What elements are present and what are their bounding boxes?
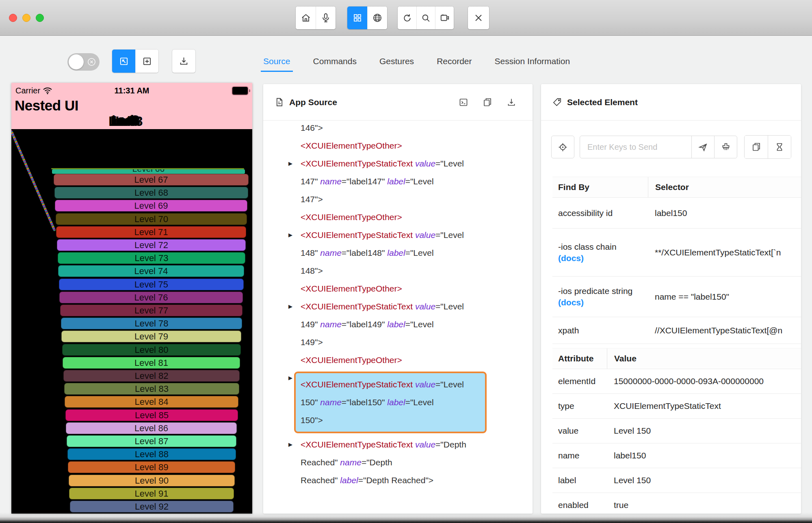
find-by-row-xpath: xpath//XCUIElementTypeStaticText[@n	[552, 317, 801, 344]
level-bar-level-92[interactable]: Level 92	[70, 501, 234, 512]
send-keys-input[interactable]	[580, 136, 692, 158]
tab-gestures[interactable]: Gestures	[379, 50, 414, 73]
source-tree-row[interactable]: <XCUIElementTypeOther>	[288, 351, 533, 369]
source-tree-row[interactable]: ▶<XCUIElementTypeStaticText value="Level…	[288, 298, 533, 351]
traffic-lights	[9, 14, 44, 22]
level-bar-level-77[interactable]: Level 77	[60, 305, 243, 316]
level-bar-level-81[interactable]: Level 81	[63, 357, 240, 369]
source-node[interactable]: <XCUIElementTypeOther>	[301, 351, 493, 369]
source-node[interactable]: <XCUIElementTypeOther>	[301, 137, 493, 155]
element-interaction-toggle[interactable]	[67, 53, 100, 71]
tap-by-coordinates-button[interactable]	[135, 50, 158, 73]
expand-arrow-icon[interactable]: ▶	[288, 298, 301, 351]
source-node[interactable]: <XCUIElementTypeStaticText value="Level1…	[301, 155, 493, 208]
source-tree-row[interactable]: ▶<XCUIElementTypeStaticText value="Depth…	[288, 436, 533, 489]
level-bar-level-91[interactable]: Level 91	[69, 488, 234, 499]
expand-arrow-icon[interactable]: ▶	[288, 436, 301, 489]
device-screenshot-panel[interactable]: Carrier 11:31 AM Nested UI Level 8 Level…	[11, 83, 252, 514]
microphone-button[interactable]	[316, 6, 336, 29]
tab-source[interactable]: Source	[263, 50, 290, 73]
level-bar-level-83[interactable]: Level 83	[64, 383, 239, 395]
level-bar-level-86[interactable]: Level 86	[66, 422, 237, 434]
window-close-button[interactable]	[9, 14, 17, 22]
level-bar-level-89[interactable]: Level 89	[68, 461, 235, 473]
search-icon	[421, 13, 431, 23]
level-bar-level-84[interactable]: Level 84	[65, 396, 238, 408]
level-bar-level-85[interactable]: Level 85	[65, 409, 238, 421]
tab-recorder[interactable]: Recorder	[437, 50, 472, 73]
attribute-row-enabled: enabledtrue	[552, 493, 801, 514]
globe-icon	[372, 13, 383, 23]
home-button[interactable]	[296, 6, 316, 29]
source-tree-row[interactable]: ▶<XCUIElementTypeStaticText value="Level…	[288, 369, 533, 436]
brush-icon	[721, 142, 731, 152]
apps-grid-button[interactable]	[347, 6, 367, 29]
level-bar-level-68[interactable]: Level 68	[54, 187, 248, 199]
source-node[interactable]: <XCUIElementTypeOther>	[301, 280, 493, 298]
quit-session-button[interactable]	[468, 6, 489, 29]
level-bar-level-74[interactable]: Level 74	[58, 265, 244, 277]
select-elements-button[interactable]	[112, 50, 135, 73]
selected-source-node[interactable]: <XCUIElementTypeStaticText value="Level1…	[294, 372, 487, 433]
source-tree-row[interactable]: <XCUIElementTypeOther>	[288, 208, 533, 226]
copy-attributes-button[interactable]	[745, 136, 768, 158]
attribute-row-elementid: elementId15000000-0000-0000-093A-0000000…	[552, 369, 801, 394]
locate-icon	[558, 142, 568, 152]
source-tree-row[interactable]: ▶<XCUIElementTypeStaticText value="Level…	[288, 226, 533, 280]
send-icon	[698, 142, 708, 152]
level-bar-level-79[interactable]: Level 79	[61, 331, 241, 342]
status-time: 11:31 AM	[11, 86, 252, 95]
globe-button[interactable]	[367, 6, 387, 29]
level-bar-level-78[interactable]: Level 78	[61, 318, 242, 329]
toolbar-group-session	[296, 6, 336, 29]
level-bar-level-88[interactable]: Level 88	[67, 448, 236, 460]
expand-arrow-icon[interactable]: ▶	[288, 155, 301, 208]
toggle-knob	[69, 54, 84, 69]
clear-keys-button[interactable]	[714, 136, 737, 158]
search-button[interactable]	[416, 6, 435, 29]
selected-element-title: Selected Element	[567, 97, 638, 107]
open-terminal-button[interactable]	[459, 97, 468, 107]
docs-link[interactable]: (docs)	[558, 298, 648, 307]
source-node[interactable]: 146">	[301, 121, 493, 137]
toolbar-group-actions	[398, 6, 454, 29]
no-arrow-spacer	[288, 208, 301, 226]
level-bar-level-90[interactable]: Level 90	[69, 475, 235, 486]
level-bar-level-72[interactable]: Level 72	[57, 239, 246, 251]
level-bar-level-75[interactable]: Level 75	[59, 279, 244, 290]
level-bar-level-70[interactable]: Level 70	[56, 213, 247, 225]
level-bar-level-76[interactable]: Level 76	[59, 292, 243, 303]
download-screenshot-button[interactable]	[172, 50, 195, 73]
source-tree-row[interactable]: <XCUIElementTypeOther>	[288, 137, 533, 155]
level-bar-level-71[interactable]: Level 71	[56, 226, 246, 238]
source-tree-row[interactable]: 146">	[288, 122, 533, 137]
expand-arrow-icon[interactable]: ▶	[288, 226, 301, 280]
level-bar-level-67[interactable]: Level 67	[54, 174, 249, 186]
level-bar-level-87[interactable]: Level 87	[67, 435, 236, 447]
tab-commands[interactable]: Commands	[313, 50, 357, 73]
refresh-button[interactable]	[398, 6, 416, 29]
copy-icon	[483, 97, 492, 107]
tab-session-information[interactable]: Session Information	[495, 50, 570, 73]
copy-source-button[interactable]	[483, 97, 492, 107]
source-node[interactable]: <XCUIElementTypeOther>	[301, 208, 493, 226]
locate-element-button[interactable]	[551, 136, 574, 158]
element-action-row	[551, 135, 791, 159]
level-bar-level-69[interactable]: Level 69	[55, 200, 247, 212]
video-camera-button[interactable]	[435, 6, 454, 29]
source-tree-row[interactable]: ▶<XCUIElementTypeStaticText value="Level…	[288, 155, 533, 208]
window-minimize-button[interactable]	[22, 14, 30, 22]
download-source-button[interactable]	[507, 97, 516, 107]
source-node[interactable]: <XCUIElementTypeStaticText value="Level1…	[301, 298, 493, 351]
level-bar-level-80[interactable]: Level 80	[62, 344, 241, 356]
send-keys-button[interactable]	[691, 136, 715, 158]
source-node[interactable]: <XCUIElementTypeStaticText value="Level1…	[301, 226, 493, 280]
level-bar-level-82[interactable]: Level 82	[63, 370, 240, 382]
source-tree-row[interactable]: <XCUIElementTypeOther>	[288, 280, 533, 298]
level-bar-level-73[interactable]: Level 73	[58, 252, 245, 264]
docs-link[interactable]: (docs)	[558, 253, 648, 263]
compare-time-button[interactable]	[768, 136, 791, 158]
source-node[interactable]: <XCUIElementTypeStaticText value="DepthR…	[301, 436, 493, 489]
window-zoom-button[interactable]	[36, 14, 44, 22]
find-by-row--ios-class-chain: -ios class chain(docs)**/XCUIElementType…	[552, 229, 801, 277]
